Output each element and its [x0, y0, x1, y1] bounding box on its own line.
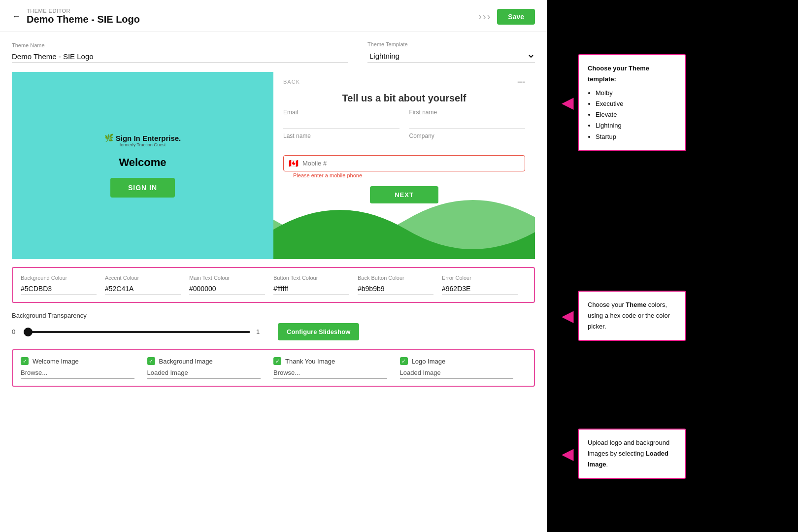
- theme-template-select[interactable]: Molby Executive Elevate Lightning Startu…: [367, 49, 535, 63]
- accent-color-label: Accent Colour: [105, 275, 189, 281]
- button-text-color-field: Button Text Colour: [273, 275, 358, 295]
- company-input[interactable]: [409, 140, 526, 152]
- lastname-input[interactable]: [283, 140, 399, 152]
- firstname-input[interactable]: [409, 117, 526, 129]
- callout-images: ◀ Upload logo and background images by s…: [562, 429, 686, 479]
- welcome-image-header: ✓ Welcome Image: [21, 357, 147, 365]
- logo-image-checkbox[interactable]: ✓: [400, 357, 408, 365]
- configure-slideshow-button[interactable]: Configure Slideshow: [278, 323, 359, 340]
- save-button[interactable]: Save: [497, 9, 535, 25]
- transparency-label: Background Transparency: [12, 312, 535, 319]
- welcome-image-field: ✓ Welcome Image Browse...: [21, 357, 147, 379]
- callout-arrow-2: ◀: [562, 306, 574, 325]
- page-title: Demo Theme - SIE Logo: [27, 14, 140, 25]
- background-image-label: Background Image: [159, 358, 213, 365]
- brand-name: 🌿 Sign In Enterprise.: [104, 133, 181, 142]
- background-image-checkbox[interactable]: ✓: [147, 357, 155, 365]
- logo-image-label: Logo Image: [412, 358, 446, 365]
- callout-template: ◀ Choose your Theme template: Molby Exec…: [562, 54, 686, 151]
- header: ← THEME EDITOR Demo Theme - SIE Logo ›››…: [0, 0, 547, 32]
- welcome-image-checkbox[interactable]: ✓: [21, 357, 29, 365]
- error-color-input[interactable]: [442, 283, 518, 295]
- company-field-item: Company: [409, 133, 526, 152]
- callout-template-box: Choose your Theme template: Molby Execut…: [578, 54, 686, 151]
- header-left: ← THEME EDITOR Demo Theme - SIE Logo: [12, 8, 140, 25]
- form-fields-grid: Email First name Last name Company: [273, 109, 535, 152]
- welcome-image-label: Welcome Image: [33, 358, 79, 365]
- transparency-max: 1: [256, 328, 262, 335]
- background-color-label: Background Colour: [21, 275, 105, 281]
- accent-color-input[interactable]: [105, 283, 181, 295]
- back-label: BACK: [283, 79, 300, 85]
- back-button-color-label: Back Button Colour: [358, 275, 442, 281]
- transparency-slider[interactable]: [24, 331, 250, 333]
- callout-arrow-1: ◀: [562, 93, 574, 112]
- theme-name-input[interactable]: [12, 50, 348, 63]
- preview-area: 🌿 Sign In Enterprise. formerly Traction …: [12, 72, 535, 259]
- main-text-color-input[interactable]: [189, 283, 265, 295]
- theme-name-field: Theme Name: [12, 42, 348, 63]
- button-text-color-label: Button Text Colour: [273, 275, 358, 281]
- callout-colors: ◀ Choose your Theme colors, using a hex …: [562, 291, 686, 341]
- email-field-item: Email: [283, 109, 399, 129]
- more-options-icon[interactable]: ›››: [478, 11, 491, 22]
- logo-image-value[interactable]: Loaded Image: [400, 369, 514, 379]
- welcome-text: Welcome: [119, 156, 166, 169]
- background-image-header: ✓ Background Image: [147, 357, 274, 365]
- form-title: Tell us a bit about yourself: [273, 85, 535, 109]
- page-wrapper: ← THEME EDITOR Demo Theme - SIE Logo ›››…: [0, 0, 798, 532]
- back-arrow-icon[interactable]: ←: [12, 11, 21, 22]
- brand-logo-block: 🌿 Sign In Enterprise. formerly Traction …: [104, 133, 181, 147]
- callout-images-box: Upload logo and background images by sel…: [578, 429, 686, 479]
- brand-icon: 🌿: [104, 133, 114, 142]
- transparency-controls: 0 1 Configure Slideshow: [12, 323, 535, 340]
- theme-template-label: Theme Template: [367, 41, 535, 47]
- theme-name-label: Theme Name: [12, 42, 348, 48]
- signin-button[interactable]: SIGN IN: [110, 178, 175, 198]
- header-right: ››› Save: [478, 9, 535, 25]
- button-text-color-input[interactable]: [273, 283, 349, 295]
- mobile-error: Please enter a mobile phone: [293, 172, 515, 178]
- color-row: Background Colour Accent Colour Main Tex…: [12, 267, 535, 303]
- mobile-field: 🇨🇦 Please enter a mobile phone: [283, 155, 525, 178]
- callout-template-list: Molby Executive Elevate Lightning Startu…: [596, 88, 676, 142]
- callout-template-item-lightning: Lightning: [596, 120, 676, 131]
- theme-form-row: Theme Name Theme Template Molby Executiv…: [0, 32, 547, 63]
- transparency-row: Background Transparency 0 1 Configure Sl…: [12, 312, 535, 340]
- callout-template-item-executive: Executive: [596, 99, 676, 109]
- background-image-value[interactable]: Loaded Image: [147, 369, 261, 379]
- right-callouts-area: ◀ Choose your Theme template: Molby Exec…: [547, 0, 798, 532]
- callout-template-title: Choose your Theme template:: [588, 63, 676, 85]
- wave-decoration: [273, 180, 535, 259]
- thankyou-image-field: ✓ Thank You Image Browse...: [273, 357, 400, 379]
- back-button-color-input[interactable]: [358, 283, 433, 295]
- header-title-block: THEME EDITOR Demo Theme - SIE Logo: [27, 8, 140, 25]
- theme-template-field: Theme Template Molby Executive Elevate L…: [367, 41, 535, 63]
- images-row: ✓ Welcome Image Browse... ✓ Background I…: [12, 349, 535, 387]
- thankyou-image-value[interactable]: Browse...: [273, 369, 387, 379]
- back-button-color-field: Back Button Colour: [358, 275, 442, 295]
- callout-template-item-startup: Startup: [596, 132, 676, 142]
- background-image-field: ✓ Background Image Loaded Image: [147, 357, 274, 379]
- email-input[interactable]: [283, 117, 399, 129]
- callout-colors-box: Choose your Theme colors, using a hex co…: [578, 291, 686, 341]
- callout-images-text-2: .: [606, 461, 608, 468]
- transparency-min: 0: [12, 328, 18, 335]
- thankyou-image-label: Thank You Image: [285, 358, 335, 365]
- preview-left-panel: 🌿 Sign In Enterprise. formerly Traction …: [12, 72, 273, 259]
- thankyou-image-header: ✓ Thank You Image: [273, 357, 400, 365]
- mobile-input[interactable]: [302, 160, 520, 167]
- main-area: ← THEME EDITOR Demo Theme - SIE Logo ›››…: [0, 0, 547, 532]
- error-color-label: Error Colour: [442, 275, 526, 281]
- lastname-field-item: Last name: [283, 133, 399, 152]
- welcome-image-value[interactable]: Browse...: [21, 369, 134, 379]
- thankyou-image-checkbox[interactable]: ✓: [273, 357, 281, 365]
- background-color-input[interactable]: [21, 283, 97, 295]
- accent-color-field: Accent Colour: [105, 275, 189, 295]
- lastname-label: Last name: [283, 133, 399, 139]
- callout-colors-text-1: Choose your: [588, 301, 626, 308]
- logo-image-field: ✓ Logo Image Loaded Image: [400, 357, 527, 379]
- callout-arrow-3: ◀: [562, 444, 574, 463]
- mobile-input-wrap: 🇨🇦: [283, 155, 525, 171]
- logo-small: ≡≡≡: [517, 79, 525, 84]
